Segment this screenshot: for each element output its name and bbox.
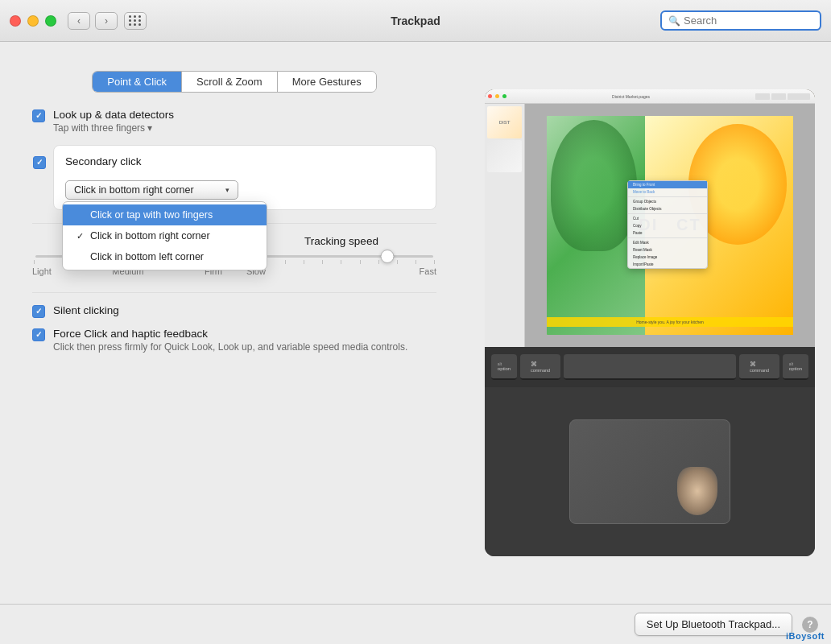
ctx-cut: Cut — [628, 215, 707, 222]
pages-toolbar: District Market.pages — [485, 89, 815, 104]
pages-thumb-content-1: DIST — [487, 106, 522, 138]
silent-clicking-label: Silent clicking — [53, 304, 436, 316]
district-overlay: Home-style you. A joy for your kitchen — [547, 317, 793, 327]
back-button[interactable]: ‹ — [68, 12, 90, 30]
tracking-slider-max-label: Fast — [420, 266, 436, 276]
forward-icon: › — [105, 15, 108, 27]
pages-min — [495, 94, 499, 98]
mini-screen-inner: District Market.pages — [485, 89, 815, 347]
mac-preview: District Market.pages — [485, 89, 815, 556]
maximize-button[interactable] — [45, 15, 56, 27]
lookup-checkbox-checked[interactable] — [32, 109, 45, 122]
pages-sidebar: DIST — [485, 104, 525, 347]
back-icon: ‹ — [77, 15, 81, 27]
dropdown-option-two-fingers[interactable]: Click or tap with two fingers — [63, 204, 267, 225]
dropdown-option-bottom-left[interactable]: Click in bottom left corner — [63, 246, 267, 267]
check-mark-2: ✓ — [74, 231, 85, 242]
tracking-slider-thumb[interactable] — [381, 250, 395, 263]
force-click-row: Force Click and haptic feedback Click th… — [32, 328, 436, 353]
pages-close — [488, 94, 492, 98]
bluetooth-trackpad-button[interactable]: Set Up Bluetooth Trackpad... — [635, 613, 792, 636]
key-command-right: ⌘ command — [739, 354, 779, 380]
key-option-right: alt option — [783, 354, 808, 380]
ctx-copy: Copy — [628, 222, 707, 229]
search-icon: 🔍 — [668, 15, 680, 27]
pages-app: District Market.pages — [485, 89, 815, 347]
pages-thumb-1: DIST — [487, 106, 522, 138]
pages-thumb-content-2 — [487, 140, 522, 172]
click-slider-min-label: Light — [32, 266, 52, 276]
secondary-click-section: Secondary click Click in bottom right co… — [53, 145, 436, 210]
silent-checkbox-checked[interactable] — [32, 305, 45, 318]
window-title: Trackpad — [391, 14, 440, 27]
force-click-text: Force Click and haptic feedback Click th… — [53, 328, 436, 353]
ctx-paste: Paste — [628, 229, 707, 237]
pages-doc: DI CT Home-style you. A joy for your kit… — [547, 116, 793, 335]
tracking-slider-track-container — [246, 255, 436, 258]
pages-thumb-2 — [487, 140, 522, 172]
mac-keyboard: alt option ⌘ command ⌘ — [485, 347, 815, 556]
ctx-reset-mask: Reset Mask — [628, 246, 707, 254]
titlebar: ‹ › Trackpad 🔍 — [0, 0, 831, 42]
settings-section: Look up & data detectors Tap with three … — [24, 109, 444, 353]
ctx-sep-1 — [628, 196, 707, 197]
grid-button[interactable] — [124, 12, 147, 30]
secondary-dropdown-trigger[interactable]: Click in bottom right corner ▾ — [65, 180, 238, 200]
force-click-checkbox-checked[interactable] — [32, 328, 45, 341]
secondary-dropdown-value: Click in bottom right corner — [74, 184, 194, 196]
close-button[interactable] — [10, 15, 21, 27]
divider-2 — [32, 292, 436, 293]
tab-point-click[interactable]: Point & Click — [93, 72, 182, 92]
tab-more-gestures[interactable]: More Gestures — [278, 72, 376, 92]
veg-shape — [551, 120, 637, 251]
silent-clicking-row: Silent clicking — [32, 304, 436, 318]
context-menu-preview: Bring to Front Move to Back Group Object… — [627, 180, 708, 269]
right-panel: District Market.pages — [469, 42, 831, 604]
secondary-checkbox[interactable] — [33, 156, 46, 169]
pages-max — [502, 94, 506, 98]
tracking-slider-ticks — [246, 260, 436, 264]
silent-clicking-text: Silent clicking — [53, 304, 436, 316]
force-click-checkbox[interactable] — [32, 328, 45, 341]
traffic-lights — [10, 15, 56, 27]
ctx-sep-2 — [628, 213, 707, 214]
ctx-group: Group Objects — [628, 198, 707, 205]
minimize-button[interactable] — [27, 15, 39, 27]
ctx-replace: Replace Image — [628, 254, 707, 261]
tracking-slider-labels: Slow Fast — [246, 266, 436, 276]
lookup-label: Look up & data detectors — [53, 109, 436, 121]
silent-checkbox[interactable] — [32, 305, 45, 318]
ctx-move-back: Move to Back — [628, 188, 707, 196]
iboysoft-badge: iBoysoft — [786, 631, 825, 641]
tracking-slider-label: Tracking speed — [246, 235, 436, 247]
grid-icon — [129, 15, 142, 26]
ctx-edit-mask: Edit Mask — [628, 239, 707, 246]
pages-toolbar-btn-3 — [788, 93, 810, 100]
secondary-checkbox-checked[interactable] — [33, 156, 46, 169]
search-input[interactable] — [684, 14, 813, 27]
main-content: Point & Click Scroll & Zoom More Gesture… — [0, 42, 831, 604]
tracking-slider-group: Tracking speed Slow Fast — [246, 235, 436, 276]
tab-scroll-zoom[interactable]: Scroll & Zoom — [182, 72, 278, 92]
forward-button[interactable]: › — [95, 12, 118, 30]
pages-canvas: DI CT Home-style you. A joy for your kit… — [525, 104, 815, 347]
secondary-dropdown-container: Click in bottom right corner ▾ Click or … — [65, 180, 424, 200]
search-box[interactable]: 🔍 — [660, 10, 821, 31]
trackpad — [569, 419, 730, 524]
dropdown-option-bottom-right[interactable]: ✓ Click in bottom right corner — [63, 225, 267, 246]
pages-toolbar-btn-2 — [771, 93, 786, 100]
pages-toolbar-btn-1 — [755, 93, 770, 100]
lookup-checkbox[interactable] — [32, 109, 45, 122]
key-spacebar — [564, 354, 736, 380]
force-click-description: Click then press firmly for Quick Look, … — [53, 341, 436, 353]
secondary-dropdown-menu[interactable]: Click or tap with two fingers ✓ Click in… — [62, 201, 267, 270]
lookup-text: Look up & data detectors Tap with three … — [53, 109, 436, 134]
nav-buttons: ‹ › — [68, 12, 118, 30]
help-button[interactable]: ? — [802, 617, 818, 633]
lookup-sublabel: Tap with three fingers ▾ — [53, 122, 436, 134]
pages-toolbar-right — [755, 93, 812, 100]
bottom-bar: Set Up Bluetooth Trackpad... ? iBoysoft — [0, 604, 831, 644]
tab-group: Point & Click Scroll & Zoom More Gesture… — [92, 71, 376, 93]
finger-hint — [677, 467, 717, 515]
ctx-distribute: Distribute Objects — [628, 205, 707, 213]
